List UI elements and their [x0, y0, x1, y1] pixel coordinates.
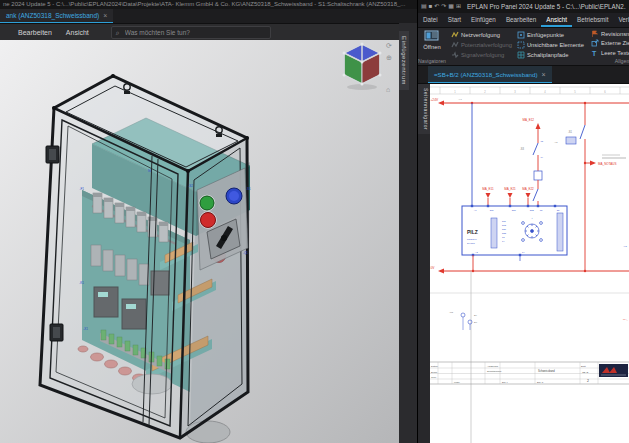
quick-access-toolbar: ▤■↶↷▦⊞: [421, 0, 461, 13]
open-button-label: Öffnen: [423, 44, 440, 50]
net-tracking-icon: [451, 31, 459, 39]
add-icon[interactable]: ⊞: [456, 0, 461, 13]
toggle-einfuegepunkte[interactable]: Einfügepunkte: [517, 30, 584, 39]
device-tag: -K1: [79, 281, 84, 285]
svg-text:MA_E11: MA_E11: [482, 187, 494, 191]
visibility-group: Einfügepunkte Unsichtbare Elemente Schal…: [514, 28, 586, 65]
svg-text:Schaltschrank: Schaltschrank: [487, 370, 502, 372]
toggle-schaltplanpfade[interactable]: Schaltplanpfade: [517, 50, 584, 59]
left-document-tab-label: ank (ANZ50318_Schweissband): [6, 12, 99, 19]
pages-navigator-tab[interactable]: Seitennavigator: [418, 84, 430, 134]
home-icon[interactable]: ⌂: [386, 86, 390, 93]
orbit-icon[interactable]: ⟳: [386, 42, 392, 49]
schematic-canvas[interactable]: 1 2 3 4 5 6 +24V -X1: [430, 84, 629, 443]
device-tag: -S1: [246, 187, 251, 191]
tab-datei[interactable]: Datei: [418, 13, 443, 27]
close-icon[interactable]: ×: [542, 71, 546, 78]
close-icon[interactable]: ×: [103, 12, 107, 19]
page-tab-label: =SB+B/2 (ANZ50318_Schweissband): [434, 71, 538, 78]
relay-brand: PILZ: [467, 229, 478, 235]
menu-item-ansicht[interactable]: Ansicht: [66, 29, 89, 36]
insert-center-strip: Einfügezentrum: [399, 23, 417, 443]
svg-text:Ers. d.: Ers. d.: [537, 381, 544, 383]
tab-bearbeiten[interactable]: Bearbeiten: [501, 13, 541, 27]
print-icon[interactable]: ▦: [448, 0, 454, 13]
company-logo: [599, 364, 628, 377]
menu-icon[interactable]: ▤: [421, 0, 427, 13]
svg-text:MA_E12: MA_E12: [522, 118, 534, 122]
open-button[interactable]: Öffnen Navigatoren: [418, 28, 446, 65]
toggle-potenzialverfolgung[interactable]: Potenzialverfolgung: [451, 40, 512, 49]
redo-icon[interactable]: ↷: [441, 0, 446, 13]
tracking-group: Netzverfolgung Potenzialverfolgung Signa…: [448, 28, 514, 65]
search-box[interactable]: ⌕: [111, 26, 271, 39]
signal-tracking-icon: [451, 51, 459, 59]
device-tag: -F1: [80, 187, 85, 191]
svg-text:T: T: [592, 50, 597, 57]
right-window-title: EPLAN Pro Panel 2024 Update 5 - C:\...\P…: [467, 3, 626, 10]
svg-text:Ers. f.: Ers. f.: [502, 381, 508, 383]
page-tab[interactable]: =SB+B/2 (ANZ50318_Schweissband) ×: [428, 66, 552, 83]
svg-text:Datum: Datum: [431, 365, 438, 367]
window-eplan-schematic: ▤■↶↷▦⊞ EPLAN Pro Panel 2024 Update 5 - C…: [417, 0, 629, 443]
red-button: [201, 213, 216, 228]
potential-tracking-icon: [451, 41, 459, 49]
save-icon[interactable]: ■: [429, 0, 433, 13]
pan-icon[interactable]: ⊕: [386, 54, 392, 61]
external-targets-icon: [591, 39, 599, 47]
tab-verbindung[interactable]: Verbindung: [614, 13, 629, 27]
group-label-allgemein: Allgemein: [591, 58, 629, 65]
toggle-leere-texte[interactable]: T Leere Texte: [591, 49, 629, 57]
svg-text:Bearb.: Bearb.: [431, 371, 438, 373]
toggle-unsichtbare-elemente[interactable]: Unsichtbare Elemente: [517, 40, 584, 49]
menu-item-bearbeiten[interactable]: Bearbeiten: [18, 29, 52, 36]
side-dock-strip: Seitennavigator: [418, 84, 430, 443]
cabinet-3d-model[interactable]: -S2 -S1 -Q1 -F1 -K1 -X1 96: [40, 74, 251, 443]
undo-icon[interactable]: ↶: [434, 0, 439, 13]
group-label-navigatoren: Navigatoren: [418, 58, 446, 65]
left-document-tab[interactable]: ank (ANZ50318_Schweissband) ×: [0, 9, 113, 23]
device-tag: 96: [148, 169, 152, 173]
svg-text:MA_NOTAUS: MA_NOTAUS: [598, 162, 616, 166]
toggle-revisionsmarkierungen[interactable]: Revisionsmarkierungen: [591, 30, 629, 38]
search-input[interactable]: [123, 28, 266, 37]
svg-text:24VDC: 24VDC: [467, 242, 475, 245]
empty-texts-icon: T: [591, 49, 599, 57]
device-tag: -S2: [188, 184, 193, 188]
screen: ne 2024 Update 5 - C:\...\Public\EPLAN20…: [0, 0, 629, 443]
svg-text:-S3: -S3: [520, 147, 525, 151]
window-propanel-3d: ne 2024 Update 5 - C:\...\Public\EPLAN20…: [0, 0, 417, 443]
schematic-paths-icon: [517, 51, 525, 59]
toggle-netzverfolgung[interactable]: Netzverfolgung: [451, 30, 512, 39]
revision-marks-icon: [591, 30, 599, 38]
svg-text:Schweissband: Schweissband: [538, 369, 555, 373]
svg-text:Blatt: Blatt: [581, 365, 586, 367]
svg-text:Gepr.: Gepr.: [431, 376, 437, 378]
schematic-drawing[interactable]: 1 2 3 4 5 6 +24V -X1: [430, 84, 629, 443]
viewport-3d[interactable]: -S2 -S1 -Q1 -F1 -K1 -X1 96: [0, 40, 399, 443]
ribbon: Öffnen Navigatoren Netzverfolgung Potenz…: [418, 28, 629, 66]
ribbon-tabbar: Datei Start Einfügen Bearbeiten Ansicht …: [418, 13, 629, 28]
svg-text:=SB+B: =SB+B: [581, 371, 589, 373]
svg-text:-X1: -X1: [458, 98, 462, 101]
svg-text:MA_: MA_: [623, 318, 629, 321]
tab-start[interactable]: Start: [443, 13, 466, 27]
tab-ansicht[interactable]: Ansicht: [541, 13, 572, 27]
page-tabrow: =SB+B/2 (ANZ50318_Schweissband) ×: [418, 66, 629, 84]
device-tag: -Q1: [243, 251, 248, 255]
svg-text:2: 2: [587, 379, 589, 383]
invisible-elements-icon: [517, 41, 525, 49]
toggle-signalverfolgung[interactable]: Signalverfolgung: [451, 50, 512, 59]
svg-text:-X5: -X5: [623, 245, 627, 248]
insert-points-icon: [517, 31, 525, 39]
tab-betriebsmittel[interactable]: Betriebsmit: [572, 13, 614, 27]
insert-center-tab[interactable]: Einfügezentrum: [399, 31, 409, 90]
svg-text:+24V: +24V: [431, 98, 439, 102]
svg-text:-S1: -S1: [568, 130, 573, 134]
toggle-externe-ziele[interactable]: Externe Ziele: [591, 39, 629, 47]
svg-text:PNOZ s4: PNOZ s4: [467, 238, 478, 241]
svg-text:Urspr.: Urspr.: [454, 381, 460, 383]
svg-text:BU: BU: [474, 321, 477, 323]
tab-einfuegen[interactable]: Einfügen: [466, 13, 501, 27]
svg-text:MA_E22: MA_E22: [522, 187, 534, 191]
